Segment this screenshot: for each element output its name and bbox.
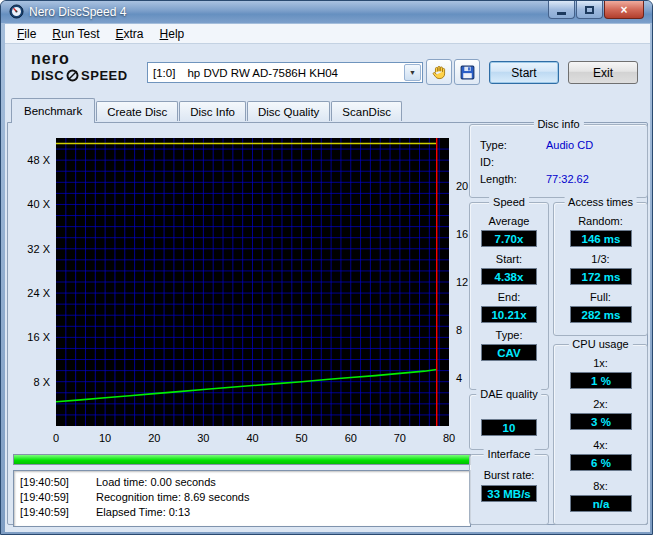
svg-text:60: 60 — [345, 432, 357, 444]
tab-benchmark[interactable]: Benchmark — [11, 98, 95, 123]
svg-text:12: 12 — [456, 276, 468, 288]
disc-slash-icon — [66, 69, 79, 82]
svg-text:24 X: 24 X — [27, 287, 50, 299]
benchmark-chart: 48 X40 X32 X24 X16 X8 X20161284010203040… — [11, 126, 471, 448]
log-message: Recognition time: 8.69 seconds — [96, 490, 249, 505]
cpu-1x-label: 1x: — [554, 357, 647, 369]
svg-text:50: 50 — [296, 432, 308, 444]
access-full-value: 282 ms — [570, 306, 632, 323]
menu-help[interactable]: Help — [152, 25, 193, 43]
client-area: File Run Test Extra Help nero DISC SPEED… — [5, 24, 650, 532]
logo-speed-text: SPEED — [81, 68, 128, 83]
dae-quality-group: DAE quality 10 — [469, 394, 549, 450]
minimize-icon — [557, 12, 566, 15]
log-row: [19:40:59] Elapsed Time: 0:13 — [20, 505, 464, 520]
disc-length-value: 77:32.62 — [546, 173, 589, 185]
chevron-down-icon: ▼ — [409, 69, 416, 76]
disc-type-label: Type: — [480, 139, 507, 151]
cpu-8x-label: 8x: — [554, 480, 647, 492]
speed-start-label: Start: — [470, 253, 548, 265]
cpu-1x-value: 1 % — [570, 372, 632, 389]
interface-title: Interface — [484, 448, 535, 460]
speed-end-label: End: — [470, 291, 548, 303]
close-button[interactable]: × — [604, 1, 644, 19]
log-listbox[interactable]: [19:40:50] Load time: 0.00 seconds [19:4… — [13, 470, 471, 527]
svg-text:40: 40 — [246, 432, 258, 444]
svg-text:8 X: 8 X — [33, 376, 50, 388]
access-random-label: Random: — [554, 215, 647, 227]
maximize-button[interactable] — [576, 1, 603, 19]
speed-average-label: Average — [470, 215, 548, 227]
log-row: [19:40:50] Load time: 0.00 seconds — [20, 475, 464, 490]
nero-discspeed-logo: nero DISC SPEED — [31, 50, 151, 83]
tab-create-disc[interactable]: Create Disc — [96, 101, 178, 121]
access-times-title: Access times — [564, 196, 637, 208]
access-times-group: Access times Random: 146 ms 1/3: 172 ms … — [553, 202, 648, 336]
log-message: Elapsed Time: 0:13 — [96, 505, 190, 520]
svg-text:8: 8 — [456, 324, 462, 336]
app-icon[interactable] — [9, 4, 24, 19]
cpu-8x-value: n/a — [570, 495, 632, 512]
access-third-value: 172 ms — [570, 268, 632, 285]
menu-file[interactable]: File — [9, 25, 44, 43]
log-row: [19:40:59] Recognition time: 8.69 second… — [20, 490, 464, 505]
cpu-2x-value: 3 % — [570, 413, 632, 430]
logo-disc-text: DISC — [31, 68, 64, 83]
tab-scandisc[interactable]: ScanDisc — [331, 101, 402, 121]
menu-run-test[interactable]: Run Test — [44, 25, 107, 43]
access-full-label: Full: — [554, 291, 647, 303]
svg-text:10: 10 — [99, 432, 111, 444]
cpu-usage-title: CPU usage — [568, 338, 632, 350]
disc-length-label: Length: — [480, 173, 517, 185]
save-button[interactable] — [454, 59, 480, 85]
caption-buttons: × — [548, 1, 644, 19]
tab-disc-info[interactable]: Disc Info — [179, 101, 246, 121]
log-timestamp: [19:40:50] — [20, 475, 96, 490]
svg-text:80: 80 — [443, 432, 455, 444]
speed-type-value: CAV — [481, 344, 537, 361]
svg-text:40 X: 40 X — [27, 198, 50, 210]
svg-text:16: 16 — [456, 228, 468, 240]
color-options-button[interactable] — [426, 59, 452, 85]
interface-group: Interface Burst rate: 33 MB/s — [469, 454, 549, 525]
title-bar[interactable]: Nero DiscSpeed 4 × — [1, 1, 652, 23]
benchmark-chart-svg: 48 X40 X32 X24 X16 X8 X20161284010203040… — [11, 126, 471, 448]
menu-extra[interactable]: Extra — [108, 25, 152, 43]
access-random-value: 146 ms — [570, 230, 632, 247]
log-timestamp: [19:40:59] — [20, 490, 96, 505]
close-icon: × — [620, 4, 627, 16]
test-progress-bar — [13, 454, 471, 465]
speed-end-value: 10.21x — [481, 306, 537, 323]
dae-quality-title: DAE quality — [476, 388, 541, 400]
svg-text:30: 30 — [197, 432, 209, 444]
speed-start-value: 4.38x — [481, 268, 537, 285]
disc-type-value: Audio CD — [546, 139, 593, 151]
burst-rate-label: Burst rate: — [470, 469, 548, 481]
app-window: Nero DiscSpeed 4 × File Run Test Extra H… — [0, 0, 653, 535]
exit-button[interactable]: Exit — [568, 61, 638, 84]
drive-select[interactable]: [1:0] hp DVD RW AD-7586H KH04 ▼ — [147, 62, 423, 83]
progress-fill — [14, 455, 470, 464]
speed-group: Speed Average 7.70x Start: 4.38x End: 10… — [469, 202, 549, 390]
cpu-4x-value: 6 % — [570, 454, 632, 471]
nero-wordmark: nero — [31, 50, 151, 68]
disc-info-group: Disc info Type: Audio CD ID: Length: 77:… — [469, 124, 648, 198]
disc-id-label: ID: — [480, 156, 494, 168]
svg-text:70: 70 — [394, 432, 406, 444]
svg-text:16 X: 16 X — [27, 331, 50, 343]
cpu-usage-group: CPU usage 1x: 1 % 2x: 3 % 4x: 6 % 8x: n/… — [553, 344, 648, 525]
maximize-icon — [585, 6, 594, 14]
burst-rate-value: 33 MB/s — [481, 485, 537, 502]
disc-info-title: Disc info — [533, 118, 583, 130]
access-third-label: 1/3: — [554, 253, 647, 265]
window-title: Nero DiscSpeed 4 — [29, 5, 126, 19]
start-button[interactable]: Start — [489, 61, 559, 84]
minimize-button[interactable] — [548, 1, 575, 19]
menu-bar: File Run Test Extra Help — [5, 24, 650, 44]
tab-disc-quality[interactable]: Disc Quality — [247, 101, 330, 121]
speed-group-title: Speed — [489, 196, 529, 208]
dae-quality-value: 10 — [481, 419, 537, 436]
drive-select-arrow[interactable]: ▼ — [404, 64, 421, 81]
save-icon — [459, 64, 476, 81]
hand-icon — [431, 64, 448, 81]
